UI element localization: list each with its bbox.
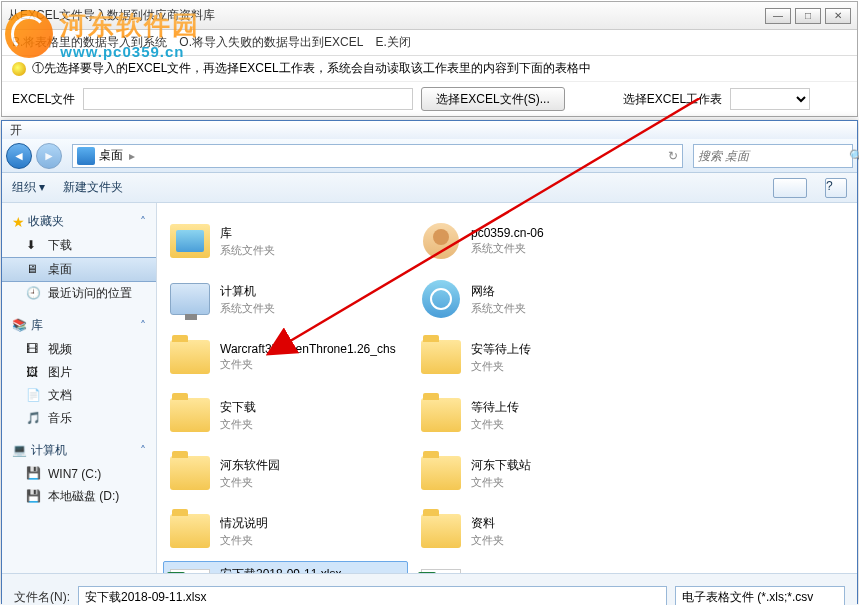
item-name: 情况说明: [220, 515, 268, 532]
file-item[interactable]: 河东下载站文件夹: [414, 445, 659, 501]
sidebar-item-desktop[interactable]: 🖥桌面: [2, 257, 156, 282]
maximize-button[interactable]: □: [795, 8, 821, 24]
drive-icon: 💾: [26, 466, 42, 482]
item-type: 文件夹: [471, 417, 519, 432]
file-item[interactable]: Microsoft Excel 工作表10.2 KB: [414, 561, 659, 573]
star-icon: ★: [12, 214, 25, 230]
search-box[interactable]: 🔍: [693, 144, 853, 168]
info-icon: [12, 62, 26, 76]
item-type: 文件夹: [471, 533, 504, 548]
minimize-button[interactable]: —: [765, 8, 791, 24]
favorites-header[interactable]: ★ 收藏夹˄: [2, 209, 156, 234]
toolbar: B.将表格里的数据导入到系统 O.将导入失败的数据导出到EXCEL E.关闭: [2, 30, 857, 56]
item-name: 河东下载站: [471, 457, 531, 474]
organize-bar: 组织 ▾ 新建文件夹 ?: [2, 173, 857, 203]
titlebar: 从EXCEL文件导入数据到供应商资料库 — □ ✕: [2, 2, 857, 30]
item-name: 河东软件园: [220, 457, 280, 474]
item-name: 计算机: [220, 283, 275, 300]
file-item[interactable]: 网络系统文件夹: [414, 271, 659, 327]
file-item[interactable]: 库系统文件夹: [163, 213, 408, 269]
sidebar-item-documents[interactable]: 📄文档: [2, 384, 156, 407]
item-type: 系统文件夹: [471, 241, 544, 256]
libraries-header[interactable]: 📚 库˄: [2, 313, 156, 338]
xlsx-icon: [168, 567, 212, 573]
file-item[interactable]: 河东软件园文件夹: [163, 445, 408, 501]
help-button[interactable]: ?: [825, 178, 847, 198]
library-icon: 📚: [12, 318, 28, 334]
sidebar-item-drive-c[interactable]: 💾WIN7 (C:): [2, 463, 156, 485]
filetype-select[interactable]: 电子表格文件 (*.xls;*.csv: [675, 586, 845, 606]
drive-icon: 💾: [26, 489, 42, 505]
new-folder-button[interactable]: 新建文件夹: [63, 179, 123, 196]
item-type: 文件夹: [471, 359, 531, 374]
sidebar-item-pictures[interactable]: 🖼图片: [2, 361, 156, 384]
item-name: pc0359.cn-06: [471, 226, 544, 240]
search-icon[interactable]: 🔍: [849, 149, 859, 163]
file-item[interactable]: 安等待上传文件夹: [414, 329, 659, 385]
item-type: 系统文件夹: [471, 301, 526, 316]
fold-icon: [419, 393, 463, 437]
tab-b[interactable]: B.将表格里的数据导入到系统: [12, 34, 167, 51]
refresh-icon[interactable]: ↻: [668, 149, 678, 163]
close-button[interactable]: ✕: [825, 8, 851, 24]
document-icon: 📄: [26, 388, 42, 404]
file-item[interactable]: Warcraft3FrozenThrone1.26_chs文件夹: [163, 329, 408, 385]
dialog-title: 开: [2, 121, 857, 139]
back-button[interactable]: ◄: [6, 143, 32, 169]
item-name: 网络: [471, 283, 526, 300]
lib-icon: [168, 219, 212, 263]
view-button[interactable]: [773, 178, 807, 198]
fold-icon: [168, 393, 212, 437]
fold-icon: [168, 335, 212, 379]
info-row: ①先选择要导入的EXCEL文件，再选择EXCEL工作表，系统会自动读取该工作表里…: [2, 56, 857, 82]
file-item[interactable]: 情况说明文件夹: [163, 503, 408, 559]
search-input[interactable]: [698, 149, 849, 163]
filename-input[interactable]: [78, 586, 667, 606]
excel-file-label: EXCEL文件: [12, 91, 75, 108]
file-item[interactable]: 计算机系统文件夹: [163, 271, 408, 327]
file-row: EXCEL文件 选择EXCEL文件(S)... 选择EXCEL工作表: [2, 82, 857, 116]
sheet-select[interactable]: [730, 88, 810, 110]
fold-icon: [168, 509, 212, 553]
tab-e[interactable]: E.关闭: [375, 34, 410, 51]
item-name: 等待上传: [471, 399, 519, 416]
breadcrumb[interactable]: 桌面 ▸ ↻: [72, 144, 683, 168]
excel-file-input[interactable]: [83, 88, 413, 110]
file-item[interactable]: 等待上传文件夹: [414, 387, 659, 443]
sidebar-item-drive-d[interactable]: 💾本地磁盘 (D:): [2, 485, 156, 508]
item-type: 文件夹: [220, 357, 396, 372]
sidebar: ★ 收藏夹˄ ⬇下载 🖥桌面 🕘最近访问的位置 📚 库˄ 🎞视频 🖼图片 📄文档…: [2, 203, 157, 573]
fold-icon: [419, 451, 463, 495]
item-type: 文件夹: [220, 533, 268, 548]
sidebar-item-videos[interactable]: 🎞视频: [2, 338, 156, 361]
sidebar-item-recent[interactable]: 🕘最近访问的位置: [2, 282, 156, 305]
sidebar-item-downloads[interactable]: ⬇下载: [2, 234, 156, 257]
tab-o[interactable]: O.将导入失败的数据导出到EXCEL: [179, 34, 363, 51]
choose-file-button[interactable]: 选择EXCEL文件(S)...: [421, 87, 564, 111]
item-type: 文件夹: [471, 475, 531, 490]
desktop-icon: 🖥: [26, 262, 42, 278]
sidebar-item-music[interactable]: 🎵音乐: [2, 407, 156, 430]
xlsx-icon: [419, 567, 463, 573]
fold-icon: [419, 509, 463, 553]
item-name: 库: [220, 225, 275, 242]
file-item[interactable]: 安下载2018-09-11.xlsxMicrosoft Excel 工作表9.9…: [163, 561, 408, 573]
forward-button[interactable]: ►: [36, 143, 62, 169]
computer-header[interactable]: 💻 计算机˄: [2, 438, 156, 463]
video-icon: 🎞: [26, 342, 42, 358]
organize-menu[interactable]: 组织 ▾: [12, 179, 45, 196]
filename-label: 文件名(N):: [14, 589, 70, 605]
computer-icon: 💻: [12, 443, 28, 459]
file-item[interactable]: 资料文件夹: [414, 503, 659, 559]
file-item[interactable]: 安下载文件夹: [163, 387, 408, 443]
recent-icon: 🕘: [26, 286, 42, 302]
info-text: ①先选择要导入的EXCEL文件，再选择EXCEL工作表，系统会自动读取该工作表里…: [32, 60, 591, 77]
item-name: 资料: [471, 515, 504, 532]
item-type: 系统文件夹: [220, 243, 275, 258]
file-item[interactable]: pc0359.cn-06系统文件夹: [414, 213, 659, 269]
item-type: 文件夹: [220, 475, 280, 490]
file-dialog: 开 ◄ ► 桌面 ▸ ↻ 🔍 组织 ▾ 新建文件夹 ? ★ 收藏夹˄ ⬇下载 🖥…: [1, 120, 858, 604]
item-type: 文件夹: [220, 417, 256, 432]
item-type: 系统文件夹: [220, 301, 275, 316]
comp-icon: [168, 277, 212, 321]
